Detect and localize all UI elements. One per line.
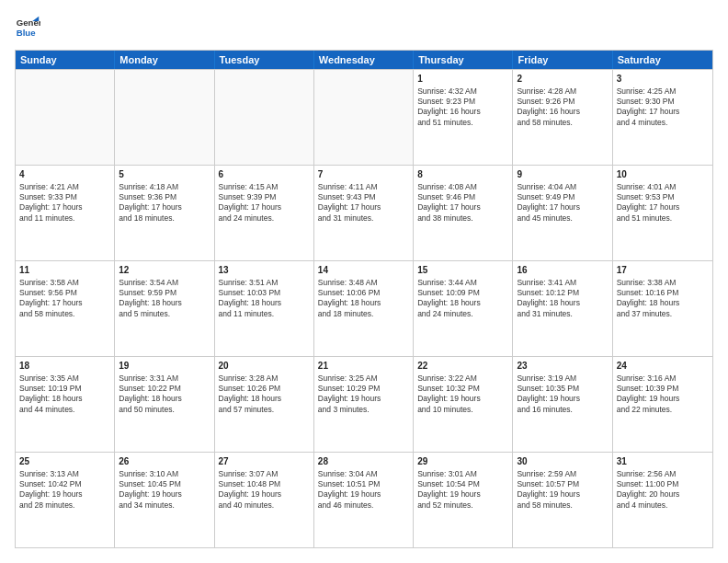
day-info: and 37 minutes. xyxy=(617,309,709,319)
calendar-cell xyxy=(16,70,115,165)
day-info: and 18 minutes. xyxy=(119,213,210,224)
calendar-cell: 28Sunrise: 3:04 AMSunset: 10:51 PMDaylig… xyxy=(314,453,414,547)
day-info: Daylight: 18 hours xyxy=(119,298,210,308)
calendar-header: SundayMondayTuesdayWednesdayThursdayFrid… xyxy=(16,51,712,69)
calendar-cell: 13Sunrise: 3:51 AMSunset: 10:03 PMDaylig… xyxy=(215,261,314,356)
day-info: Sunrise: 3:31 AM xyxy=(119,373,210,384)
calendar-cell: 4Sunrise: 4:21 AMSunset: 9:33 PMDaylight… xyxy=(16,166,115,260)
calendar-cell: 23Sunrise: 3:19 AMSunset: 10:35 PMDaylig… xyxy=(513,357,612,452)
day-info: and 18 minutes. xyxy=(318,309,409,319)
day-info: Sunrise: 3:58 AM xyxy=(19,278,110,288)
calendar-row-5: 25Sunrise: 3:13 AMSunset: 10:42 PMDaylig… xyxy=(16,452,712,547)
day-info: Sunset: 9:43 PM xyxy=(318,192,409,202)
day-number: 2 xyxy=(517,73,608,86)
day-info: Daylight: 16 hours xyxy=(517,107,608,117)
day-number: 27 xyxy=(219,455,310,468)
calendar-cell: 22Sunrise: 3:22 AMSunset: 10:32 PMDaylig… xyxy=(414,357,513,452)
day-info: Sunset: 10:06 PM xyxy=(318,288,409,298)
calendar-cell: 20Sunrise: 3:28 AMSunset: 10:26 PMDaylig… xyxy=(215,357,314,452)
day-number: 4 xyxy=(19,168,110,181)
day-info: and 22 minutes. xyxy=(617,405,709,415)
day-info: Daylight: 16 hours xyxy=(417,107,508,117)
day-number: 24 xyxy=(617,360,709,373)
day-info: and 38 minutes. xyxy=(417,213,508,224)
calendar-cell xyxy=(215,70,314,165)
day-number: 25 xyxy=(19,455,110,468)
day-info: Sunrise: 3:41 AM xyxy=(517,278,608,288)
day-info: and 46 minutes. xyxy=(318,500,409,511)
day-number: 18 xyxy=(19,360,110,373)
logo: General Blue xyxy=(15,15,40,40)
calendar-cell: 26Sunrise: 3:10 AMSunset: 10:45 PMDaylig… xyxy=(115,453,214,547)
day-info: and 31 minutes. xyxy=(517,309,608,319)
day-info: Sunset: 9:33 PM xyxy=(19,192,110,202)
day-info: Daylight: 19 hours xyxy=(219,489,310,500)
day-info: Sunset: 9:39 PM xyxy=(219,192,310,202)
calendar-row-3: 11Sunrise: 3:58 AMSunset: 9:56 PMDayligh… xyxy=(16,260,712,356)
day-info: Daylight: 19 hours xyxy=(517,489,608,500)
day-info: Daylight: 17 hours xyxy=(219,202,310,213)
day-info: Daylight: 17 hours xyxy=(417,202,508,213)
day-info: Sunset: 10:19 PM xyxy=(19,384,110,394)
day-info: Sunset: 10:12 PM xyxy=(517,288,608,298)
day-info: Sunset: 9:46 PM xyxy=(417,192,508,202)
day-info: Sunset: 9:56 PM xyxy=(19,288,110,298)
svg-text:Blue: Blue xyxy=(17,28,36,38)
day-number: 6 xyxy=(219,168,310,181)
calendar-cell: 7Sunrise: 4:11 AMSunset: 9:43 PMDaylight… xyxy=(314,166,414,260)
calendar: SundayMondayTuesdayWednesdayThursdayFrid… xyxy=(15,50,713,548)
day-info: Sunset: 9:59 PM xyxy=(119,288,210,298)
day-number: 19 xyxy=(119,360,210,373)
calendar-cell: 14Sunrise: 3:48 AMSunset: 10:06 PMDaylig… xyxy=(314,261,414,356)
day-info: Sunset: 10:45 PM xyxy=(119,479,210,489)
day-info: Daylight: 19 hours xyxy=(318,394,409,404)
day-info: Sunrise: 3:51 AM xyxy=(219,278,310,288)
day-info: Sunset: 9:36 PM xyxy=(119,192,210,202)
day-info: Sunrise: 3:01 AM xyxy=(417,469,508,479)
day-info: Sunrise: 4:25 AM xyxy=(617,86,709,97)
day-number: 8 xyxy=(417,168,508,181)
day-info: Sunset: 10:16 PM xyxy=(617,288,709,298)
calendar-cell: 1Sunrise: 4:32 AMSunset: 9:23 PMDaylight… xyxy=(414,70,513,165)
day-info: and 50 minutes. xyxy=(119,405,210,415)
calendar-cell: 2Sunrise: 4:28 AMSunset: 9:26 PMDaylight… xyxy=(513,70,612,165)
day-header-thursday: Thursday xyxy=(414,51,513,69)
day-header-saturday: Saturday xyxy=(613,51,712,69)
day-info: Sunrise: 3:38 AM xyxy=(617,278,709,288)
day-info: Sunset: 10:26 PM xyxy=(219,384,310,394)
day-info: and 16 minutes. xyxy=(517,405,608,415)
day-info: Sunrise: 4:32 AM xyxy=(417,86,508,97)
day-number: 5 xyxy=(119,168,210,181)
day-info: Daylight: 17 hours xyxy=(517,202,608,213)
day-number: 31 xyxy=(617,455,709,468)
calendar-row-2: 4Sunrise: 4:21 AMSunset: 9:33 PMDaylight… xyxy=(16,165,712,260)
day-info: and 24 minutes. xyxy=(219,213,310,224)
day-number: 20 xyxy=(219,360,310,373)
calendar-cell: 17Sunrise: 3:38 AMSunset: 10:16 PMDaylig… xyxy=(613,261,712,356)
day-info: Sunset: 9:26 PM xyxy=(517,97,608,107)
day-info: Daylight: 20 hours xyxy=(617,489,709,500)
day-info: Daylight: 18 hours xyxy=(617,298,709,308)
day-info: Daylight: 19 hours xyxy=(119,489,210,500)
day-info: Sunset: 10:32 PM xyxy=(417,384,508,394)
day-number: 15 xyxy=(417,264,508,277)
day-number: 10 xyxy=(617,168,709,181)
day-number: 7 xyxy=(318,168,409,181)
day-number: 1 xyxy=(417,73,508,86)
calendar-cell: 10Sunrise: 4:01 AMSunset: 9:53 PMDayligh… xyxy=(613,166,712,260)
day-info: Sunrise: 4:11 AM xyxy=(318,182,409,192)
day-info: and 11 minutes. xyxy=(19,213,110,224)
day-info: Sunset: 10:09 PM xyxy=(417,288,508,298)
day-number: 3 xyxy=(617,73,709,86)
day-header-sunday: Sunday xyxy=(16,51,115,69)
day-info: Daylight: 19 hours xyxy=(417,489,508,500)
day-header-wednesday: Wednesday xyxy=(314,51,414,69)
day-info: Sunrise: 3:10 AM xyxy=(119,469,210,479)
day-info: Sunrise: 4:01 AM xyxy=(617,182,709,192)
day-info: and 51 minutes. xyxy=(417,118,508,128)
day-info: and 57 minutes. xyxy=(219,405,310,415)
day-info: Sunrise: 4:21 AM xyxy=(19,182,110,192)
calendar-cell: 18Sunrise: 3:35 AMSunset: 10:19 PMDaylig… xyxy=(16,357,115,452)
day-info: Sunrise: 3:22 AM xyxy=(417,373,508,384)
day-info: and 11 minutes. xyxy=(219,309,310,319)
